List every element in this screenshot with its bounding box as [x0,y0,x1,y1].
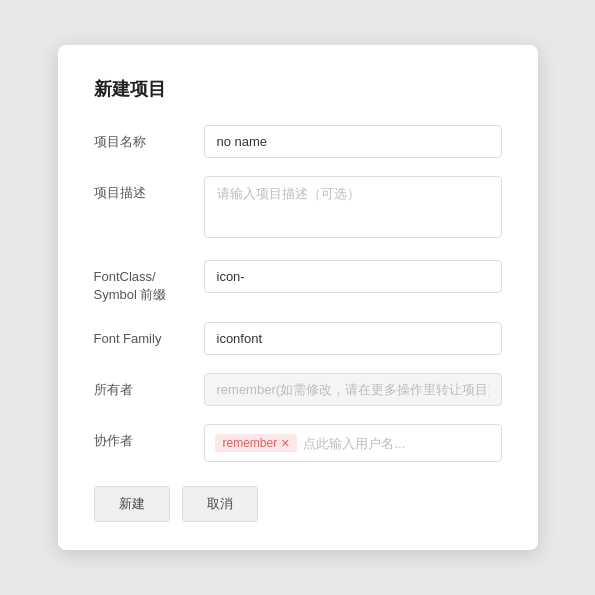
project-desc-input[interactable] [204,176,502,238]
project-desc-row: 项目描述 [94,176,502,242]
font-class-input[interactable] [204,260,502,293]
collaborator-control: remember × [204,424,502,462]
project-desc-control [204,176,502,242]
collaborator-input[interactable] [303,436,490,451]
font-family-control [204,322,502,355]
project-name-label: 项目名称 [94,125,204,151]
owner-row: 所有者 [94,373,502,406]
font-family-row: Font Family [94,322,502,355]
font-class-label: FontClass/Symbol 前缀 [94,260,204,304]
dialog: 新建项目 项目名称 项目描述 FontClass/Symbol 前缀 Font … [58,45,538,550]
owner-input [204,373,502,406]
dialog-title: 新建项目 [94,77,502,101]
owner-label: 所有者 [94,373,204,399]
project-desc-label: 项目描述 [94,176,204,202]
project-name-row: 项目名称 [94,125,502,158]
button-row: 新建 取消 [94,486,502,522]
collaborator-tag-close[interactable]: × [281,436,289,450]
font-class-control [204,260,502,293]
project-name-input[interactable] [204,125,502,158]
font-family-label: Font Family [94,322,204,348]
collaborator-label: 协作者 [94,424,204,450]
font-class-row: FontClass/Symbol 前缀 [94,260,502,304]
collaborator-tag: remember × [215,434,298,452]
collaborator-box[interactable]: remember × [204,424,502,462]
cancel-button[interactable]: 取消 [182,486,258,522]
project-name-control [204,125,502,158]
collaborator-row: 协作者 remember × [94,424,502,462]
collaborator-tag-label: remember [223,436,278,450]
create-button[interactable]: 新建 [94,486,170,522]
font-family-input[interactable] [204,322,502,355]
owner-control [204,373,502,406]
